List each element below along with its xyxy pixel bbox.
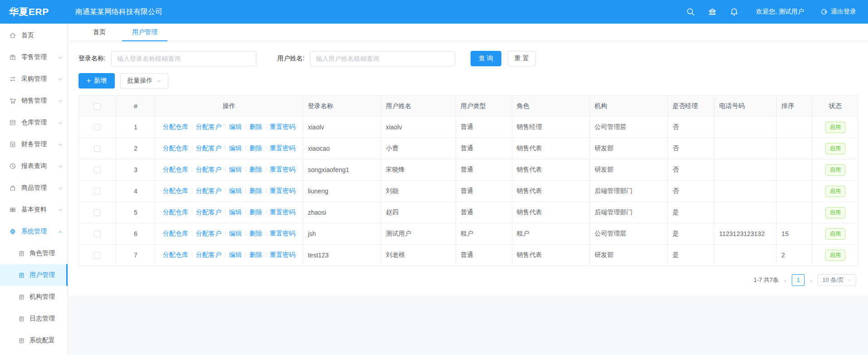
action-edit[interactable]: 编辑	[229, 208, 242, 216]
cell-role: 销售代表	[512, 138, 590, 159]
tab-home[interactable]: 首页	[83, 24, 116, 41]
cell-is-manager: 否	[667, 159, 714, 181]
action-separator	[245, 209, 246, 215]
cell-org: 公司管理层	[590, 223, 668, 245]
cell-is-manager: 否	[667, 181, 714, 202]
page-size-select[interactable]: 10 条/页	[818, 274, 856, 286]
sidebar-item-system[interactable]: 系统管理	[0, 221, 68, 242]
sidebar-item-retail[interactable]: 零售管理	[0, 46, 68, 68]
pagination-prev-button[interactable]: ‹	[784, 277, 786, 284]
action-reset-password[interactable]: 重置密码	[270, 208, 295, 216]
sidebar-item-home[interactable]: 首页	[0, 25, 68, 46]
platform-icon[interactable]	[708, 7, 717, 16]
sidebar-item-basic[interactable]: 基本资料	[0, 199, 68, 221]
action-reset-password[interactable]: 重置密码	[270, 144, 295, 152]
action-edit[interactable]: 编辑	[229, 251, 242, 258]
action-edit[interactable]: 编辑	[229, 123, 242, 130]
tab-user-management[interactable]: 用户管理	[122, 24, 167, 41]
sidebar-item-finance[interactable]: 财务管理	[0, 133, 68, 155]
reset-button[interactable]: 重 置	[508, 51, 536, 66]
sidebar-subitem-user-management[interactable]: 用户管理	[0, 264, 68, 286]
action-edit[interactable]: 编辑	[229, 166, 242, 173]
cell-role: 销售代表	[512, 245, 590, 266]
sidebar-subitem-role-management[interactable]: 角色管理	[0, 242, 68, 264]
sidebar-subitem-org-management[interactable]: 机构管理	[0, 286, 68, 308]
sidebar-item-sales[interactable]: 销售管理	[0, 90, 68, 112]
action-edit[interactable]: 编辑	[229, 230, 242, 237]
sidebar-subitem-system-config[interactable]: 系统配置	[0, 330, 68, 351]
action-assign-warehouse[interactable]: 分配仓库	[163, 144, 188, 152]
cell-role: 租户	[512, 223, 590, 245]
action-delete[interactable]: 删除	[250, 144, 262, 152]
action-reset-password[interactable]: 重置密码	[270, 187, 295, 194]
user-name-input[interactable]	[310, 51, 455, 66]
action-delete[interactable]: 删除	[250, 166, 262, 173]
action-delete[interactable]: 删除	[250, 251, 262, 258]
plus-icon: +	[87, 77, 91, 84]
action-edit[interactable]: 编辑	[229, 144, 242, 152]
logout-button[interactable]: 退出登录	[820, 8, 856, 16]
sidebar-item-warehouse[interactable]: 仓库管理	[0, 112, 68, 133]
status-badge[interactable]: 启用	[825, 143, 845, 154]
sidebar-item-goods[interactable]: 商品管理	[0, 177, 68, 199]
batch-button-label: 批量操作	[127, 77, 152, 85]
status-badge[interactable]: 启用	[825, 186, 845, 197]
action-separator	[266, 252, 266, 257]
sidebar-subitem-log-management[interactable]: 日志管理	[0, 308, 68, 330]
status-badge[interactable]: 启用	[825, 122, 845, 133]
action-assign-customer[interactable]: 分配客户	[196, 230, 221, 237]
table-row: 2 分配仓库分配客户编辑删除重置密码 xiaocao 小曹 普通 销售代表 研发…	[79, 138, 858, 159]
row-checkbox[interactable]	[94, 124, 101, 131]
login-name-input[interactable]	[111, 51, 256, 66]
sidebar-item-report[interactable]: 报表查询	[0, 155, 68, 177]
action-reset-password[interactable]: 重置密码	[270, 123, 295, 130]
search-icon[interactable]	[686, 7, 695, 16]
app-logo: 华夏ERP	[0, 5, 68, 18]
sidebar-item-label: 零售管理	[21, 53, 47, 61]
action-assign-customer[interactable]: 分配客户	[196, 144, 221, 152]
row-checkbox[interactable]	[94, 167, 101, 173]
action-assign-customer[interactable]: 分配客户	[196, 123, 221, 130]
action-delete[interactable]: 删除	[250, 123, 262, 130]
action-delete[interactable]: 删除	[250, 230, 262, 237]
action-assign-customer[interactable]: 分配客户	[196, 166, 221, 173]
status-badge[interactable]: 启用	[825, 228, 845, 240]
pagination-next-button[interactable]: ›	[810, 277, 812, 284]
cell-role: 销售代表	[512, 159, 590, 181]
action-reset-password[interactable]: 重置密码	[270, 166, 295, 173]
action-edit[interactable]: 编辑	[229, 187, 242, 194]
action-assign-warehouse[interactable]: 分配仓库	[163, 208, 188, 216]
action-assign-warehouse[interactable]: 分配仓库	[163, 166, 188, 173]
action-reset-password[interactable]: 重置密码	[270, 251, 295, 258]
status-badge[interactable]: 启用	[825, 250, 845, 261]
user-name-label: 用户姓名:	[277, 54, 304, 63]
status-badge[interactable]: 启用	[825, 207, 845, 218]
row-checkbox[interactable]	[94, 231, 101, 237]
action-assign-warehouse[interactable]: 分配仓库	[163, 187, 188, 194]
action-assign-customer[interactable]: 分配客户	[196, 208, 221, 216]
row-checkbox[interactable]	[94, 252, 101, 259]
sidebar-item-purchase[interactable]: 采购管理	[0, 68, 68, 90]
action-assign-customer[interactable]: 分配客户	[196, 187, 221, 194]
action-separator	[192, 188, 192, 193]
pagination-page-1[interactable]: 1	[792, 274, 804, 286]
action-delete[interactable]: 删除	[250, 208, 262, 216]
action-assign-customer[interactable]: 分配客户	[196, 251, 221, 258]
action-delete[interactable]: 删除	[250, 187, 262, 194]
select-all-checkbox[interactable]	[94, 103, 101, 110]
row-checkbox[interactable]	[94, 145, 101, 152]
batch-operation-button[interactable]: 批量操作	[120, 73, 168, 89]
bell-icon[interactable]	[730, 7, 739, 16]
search-button[interactable]: 查 询	[471, 51, 501, 66]
action-assign-warehouse[interactable]: 分配仓库	[163, 123, 188, 130]
column-header: 电话号码	[715, 96, 777, 117]
row-checkbox[interactable]	[94, 209, 101, 216]
action-reset-password[interactable]: 重置密码	[270, 230, 295, 237]
action-assign-warehouse[interactable]: 分配仓库	[163, 251, 188, 258]
status-badge[interactable]: 启用	[825, 164, 845, 176]
action-separator	[245, 124, 246, 129]
row-checkbox[interactable]	[94, 188, 101, 195]
add-button[interactable]: + 新增	[78, 73, 115, 89]
home-icon	[9, 32, 16, 39]
action-assign-warehouse[interactable]: 分配仓库	[163, 230, 188, 237]
